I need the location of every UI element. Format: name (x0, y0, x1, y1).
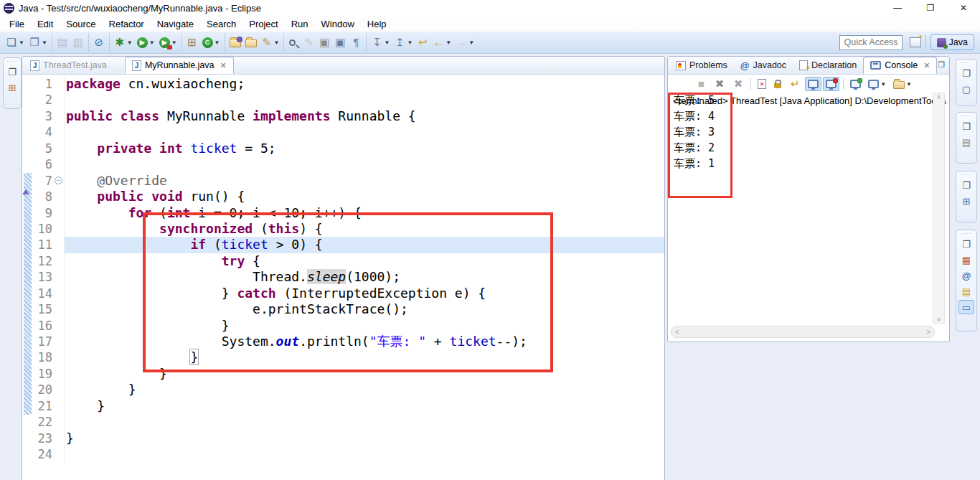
pin-console-button[interactable] (847, 77, 864, 91)
dropdown-arrow-icon[interactable]: ▼ (468, 39, 474, 46)
scroll-left-icon[interactable]: < (675, 328, 679, 336)
clear-console-button[interactable]: ✕ (755, 77, 769, 91)
menu-run[interactable]: Run (285, 17, 315, 31)
task-list-icon[interactable]: ▢ (958, 82, 974, 96)
new-wizard-button[interactable]: ❏▼ (4, 34, 27, 50)
open-type-button[interactable] (227, 34, 243, 50)
tab-close-icon[interactable]: ✕ (923, 61, 930, 70)
console-panel-tab-console[interactable]: Console✕ (863, 57, 937, 74)
terminate-button[interactable]: ■ (692, 77, 710, 91)
menu-project[interactable]: Project (242, 17, 284, 31)
scroll-lock-button[interactable] (771, 77, 785, 91)
previous-annotation-button[interactable]: ↥▼ (392, 34, 415, 50)
external-tools-button[interactable]: ✎▼ (259, 34, 282, 50)
dropdown-arrow-icon[interactable]: ▼ (149, 39, 155, 46)
dropdown-arrow-icon[interactable]: ▼ (274, 39, 280, 46)
restore-view-icon[interactable]: ❐ (958, 66, 974, 80)
show-stderr-button[interactable] (823, 77, 839, 91)
java-perspective-button[interactable]: Java (930, 34, 974, 50)
console-vertical-scrollbar[interactable]: ∧∨ (933, 93, 945, 324)
menu-window[interactable]: Window (315, 17, 361, 31)
back-button[interactable]: ←▼ (430, 34, 453, 50)
editor-tab-myrunnable-java[interactable]: MyRunnable.java✕ (125, 57, 234, 74)
forward-button[interactable]: →▼ (453, 34, 476, 50)
dropdown-arrow-icon[interactable]: ▼ (906, 81, 912, 88)
declaration-view-icon[interactable]: ▤ (958, 284, 974, 298)
console-view-icon[interactable]: ▭ (958, 300, 974, 314)
show-stdout-button[interactable] (805, 77, 821, 91)
menu-help[interactable]: Help (361, 17, 393, 31)
close-button[interactable]: ✕ (947, 0, 980, 16)
export-jar-button[interactable]: ▣ (316, 34, 332, 50)
dropdown-arrow-icon[interactable]: ▼ (171, 39, 177, 46)
open-element-button[interactable]: ▣ (332, 34, 348, 50)
restore-view-icon[interactable]: ❐ (958, 119, 974, 133)
toolbar-group: ⊞C▼ (182, 34, 225, 51)
last-edit-location-button[interactable]: ↩ (415, 34, 430, 50)
debug-button[interactable]: ✱▼ (112, 34, 135, 50)
dropdown-arrow-icon[interactable]: ▼ (19, 39, 24, 46)
console-output[interactable]: 车票: 5车票: 4车票: 3车票: 2车票: 1 (668, 93, 933, 171)
menu-refactor[interactable]: Refactor (103, 17, 151, 31)
open-console-button[interactable]: ▼ (890, 77, 915, 91)
restore-view-icon[interactable]: ❐ (958, 178, 974, 192)
folding-column (52, 398, 64, 414)
dropdown-arrow-icon[interactable]: ▼ (42, 39, 47, 46)
new-java-package-button[interactable]: ⊞ (184, 34, 200, 50)
outline-icon[interactable]: ▤ (958, 135, 974, 149)
save-button[interactable]: ▤ (55, 34, 70, 50)
view-restore-icon[interactable]: ❐ (938, 60, 945, 70)
code-area[interactable]: 1package cn.wuxiaocheng;23public class M… (32, 76, 664, 463)
restore-view-icon[interactable]: ❐ (958, 237, 974, 251)
dropdown-arrow-icon[interactable]: ▼ (446, 39, 451, 46)
dropdown-arrow-icon[interactable]: ▼ (384, 39, 390, 46)
quick-access-input[interactable]: Quick Access (839, 35, 903, 50)
dropdown-arrow-icon[interactable]: ▼ (215, 39, 220, 46)
format-icon: ✎ (303, 36, 314, 49)
remove-all-terminated-button[interactable]: ✖ (730, 77, 747, 91)
next-annotation-button[interactable]: ↧▼ (369, 34, 392, 50)
problems-view-icon[interactable]: ▦ (958, 253, 974, 267)
dropdown-arrow-icon[interactable]: ▼ (127, 39, 133, 46)
display-console-button[interactable]: ▼ (865, 77, 889, 91)
menu-source[interactable]: Source (60, 17, 102, 31)
fold-collapse-icon[interactable]: − (55, 177, 62, 184)
menu-edit[interactable]: Edit (31, 17, 60, 31)
menu-navigate[interactable]: Navigate (151, 17, 200, 31)
run-history-icon: ▶ (159, 37, 170, 48)
dropdown-arrow-icon[interactable]: ▼ (407, 39, 413, 46)
javadoc-view-icon[interactable]: @ (958, 268, 974, 283)
package-explorer-icon[interactable]: ⊞ (4, 80, 20, 95)
console-panel-tab-javadoc[interactable]: Javadoc (734, 57, 793, 74)
save-all-button[interactable]: ▥ (70, 34, 86, 50)
word-wrap-button[interactable]: ↵ (786, 77, 804, 91)
type-hierarchy-icon[interactable]: ⊞ (958, 194, 974, 208)
restore-package-explorer-icon[interactable]: ❐ (4, 65, 20, 79)
menu-file[interactable]: File (3, 17, 31, 31)
minimize-button[interactable]: — (881, 0, 914, 16)
console-panel-tab-problems[interactable]: Problems (669, 57, 734, 74)
console-panel-tab-declaration[interactable]: Declaration (793, 57, 863, 74)
run-button[interactable]: ▶▼ (135, 34, 157, 50)
console-horizontal-scrollbar[interactable]: <> (671, 326, 935, 338)
show-whitespace-button[interactable]: ¶ (348, 34, 364, 50)
scroll-down-icon[interactable]: ∨ (936, 316, 941, 323)
tab-close-icon[interactable]: ✕ (220, 61, 227, 70)
divider (843, 78, 844, 90)
open-resource-button[interactable] (243, 34, 259, 50)
restore-button[interactable]: ❐ (914, 0, 947, 16)
dropdown-arrow-icon[interactable]: ▼ (880, 81, 886, 88)
run-history-button[interactable]: ▶▼ (157, 34, 179, 50)
search-button[interactable] (286, 34, 301, 50)
editor-tab-threadtest-java[interactable]: ThreadTest.java (24, 57, 113, 74)
new-java-project-button[interactable]: ❐▼ (27, 34, 50, 50)
remove-launch-button[interactable]: ✖ (711, 77, 728, 91)
editor-body[interactable]: 1package cn.wuxiaocheng;23public class M… (22, 75, 664, 480)
open-perspective-icon[interactable] (910, 37, 921, 47)
new-java-class-button[interactable]: C▼ (200, 34, 222, 50)
menu-search[interactable]: Search (200, 17, 242, 31)
skip-all-breakpoints-button[interactable]: ⊘ (91, 34, 107, 50)
format-button[interactable]: ✎ (301, 34, 316, 50)
scroll-right-icon[interactable]: > (926, 328, 930, 336)
scroll-up-icon[interactable]: ∧ (936, 93, 941, 100)
